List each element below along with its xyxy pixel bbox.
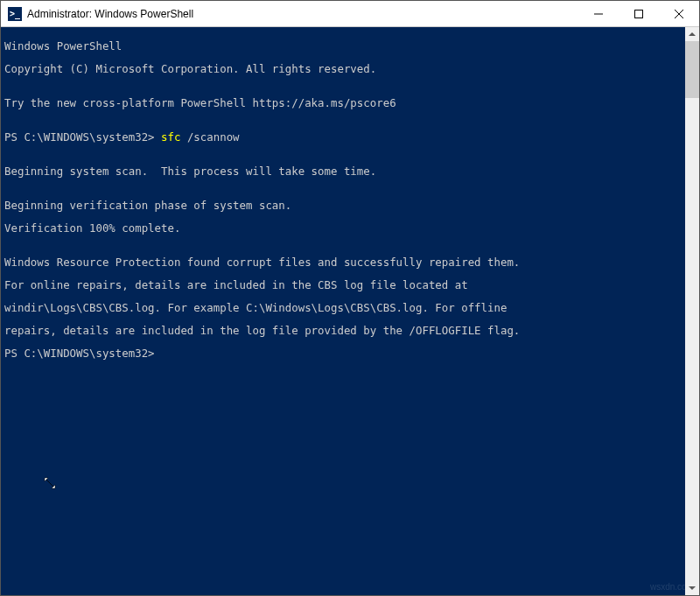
powershell-icon: >_	[8, 7, 22, 21]
prompt-line: PS C:\WINDOWS\system32> sfc /scannow	[4, 131, 696, 143]
output-line: repairs, details are included in the log…	[4, 325, 696, 336]
output-line: Verification 100% complete.	[4, 222, 696, 234]
output-line: Try the new cross-platform PowerShell ht…	[4, 97, 696, 109]
output-line: Copyright (C) Microsoft Corporation. All…	[4, 63, 696, 74]
terminal-output: Windows PowerShell Copyright (C) Microso…	[1, 27, 699, 383]
svg-rect-1	[635, 10, 643, 18]
window-title: Administrator: Windows PowerShell	[27, 8, 578, 20]
output-line: Beginning verification phase of system s…	[4, 200, 696, 211]
window-controls	[578, 1, 699, 26]
output-line: For online repairs, details are included…	[4, 279, 696, 291]
resize-cursor-icon	[43, 476, 57, 494]
scroll-up-button[interactable]	[685, 27, 699, 41]
close-button[interactable]	[659, 1, 699, 26]
output-line: Windows PowerShell	[4, 40, 696, 52]
powershell-window: >_ Administrator: Windows PowerShell Win…	[0, 0, 700, 596]
terminal-area[interactable]: Windows PowerShell Copyright (C) Microso…	[1, 27, 699, 595]
prompt-line: PS C:\WINDOWS\system32>	[4, 347, 696, 359]
output-line: Windows Resource Protection found corrup…	[4, 256, 696, 268]
titlebar[interactable]: >_ Administrator: Windows PowerShell	[1, 1, 699, 27]
watermark-text: wsxdn.com	[650, 582, 694, 592]
prompt-path: PS C:\WINDOWS\system32>	[4, 130, 161, 144]
command-text: sfc	[161, 130, 187, 144]
command-arg: /scannow	[187, 130, 240, 144]
maximize-button[interactable]	[619, 1, 659, 26]
minimize-button[interactable]	[578, 1, 619, 26]
vertical-scrollbar[interactable]	[685, 27, 699, 595]
output-line: Beginning system scan. This process will…	[4, 165, 696, 177]
scroll-thumb[interactable]	[685, 41, 699, 98]
output-line: windir\Logs\CBS\CBS.log. For example C:\…	[4, 302, 696, 313]
